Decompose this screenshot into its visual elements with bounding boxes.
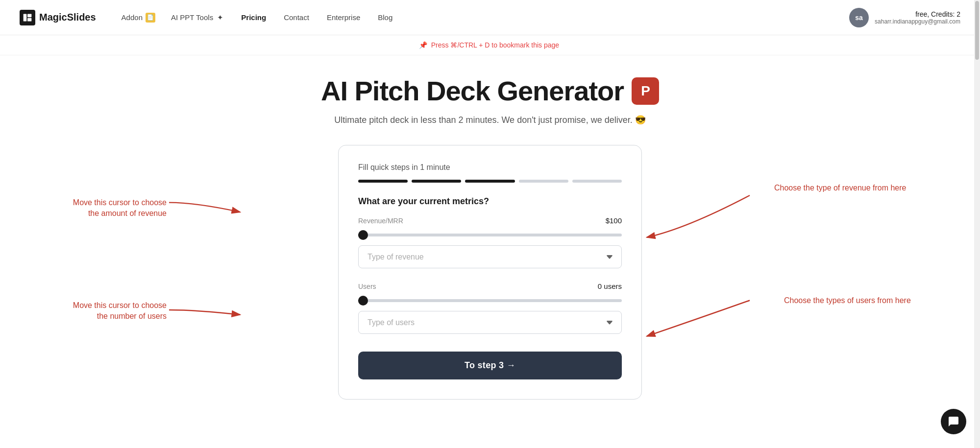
nav-blog[interactable]: Blog [370, 9, 400, 25]
svg-rect-0 [24, 14, 27, 21]
annotation-right-1-text: Choose the type of revenue from here [774, 183, 931, 193]
avatar[interactable]: sa [849, 8, 869, 27]
annotation-left-1-text: Move this cursor to choose the amount of… [29, 197, 167, 219]
logo[interactable]: MagicSlides [20, 10, 96, 25]
svg-rect-2 [27, 18, 31, 21]
users-type-dropdown[interactable]: Type of users Active Users Total Users P… [358, 311, 622, 334]
bookmark-bar: 📌 Press ⌘/CTRL + D to bookmark this page [0, 35, 980, 55]
ppt-icon-label: P [641, 83, 650, 99]
users-label: Users [358, 283, 376, 290]
user-plan-credits: free, Credits: 2 [875, 10, 960, 18]
scrollbar-track[interactable] [974, 0, 980, 448]
step-4 [519, 180, 568, 183]
credits-label: Credits: [931, 10, 955, 18]
progress-steps [358, 180, 622, 183]
revenue-type-dropdown[interactable]: Type of revenue Monthly Recurring Revenu… [358, 245, 622, 268]
subtitle: Ultimate pitch deck in less than 2 minut… [334, 115, 645, 125]
revenue-header: Revenue/MRR $100 [358, 216, 622, 225]
ppt-icon: P [632, 77, 659, 105]
step-button-label: To step 3 → [465, 360, 515, 370]
annotation-right-2: Choose the types of users from here [784, 295, 931, 306]
enterprise-label: Enterprise [327, 13, 360, 22]
bookmark-icon: 📌 [419, 41, 427, 49]
nav-addon[interactable]: Addon 📄 [116, 9, 161, 26]
revenue-slider[interactable] [358, 234, 622, 236]
avatar-initials: sa [855, 14, 863, 22]
logo-text: MagicSlides [39, 12, 96, 23]
annotation-right-2-text: Choose the types of users from here [784, 295, 931, 306]
addon-label: Addon [122, 13, 143, 22]
nav-enterprise[interactable]: Enterprise [319, 9, 368, 25]
annotation-right-1: Choose the type of revenue from here [774, 183, 931, 193]
logo-icon [20, 10, 35, 25]
revenue-slider-container [358, 230, 622, 238]
nav-contact[interactable]: Contact [276, 9, 317, 25]
sparkle-icon: ✦ [217, 13, 223, 22]
addon-icon: 📄 [146, 13, 155, 23]
nav-pricing[interactable]: Pricing [233, 9, 274, 25]
user-email: saharr.indianappguy@gmail.com [875, 18, 960, 25]
bookmark-text: Press ⌘/CTRL + D to bookmark this page [431, 41, 559, 49]
pricing-label: Pricing [241, 13, 266, 22]
revenue-label: Revenue/MRR [358, 217, 403, 225]
users-value: 0 users [598, 282, 622, 290]
nav-ai-ppt[interactable]: AI PPT Tools ✦ [163, 9, 231, 26]
form-card: Fill quick steps in 1 minute What are yo… [338, 145, 642, 400]
plan-label: free [915, 10, 927, 18]
step-1 [358, 180, 408, 183]
card-header: Fill quick steps in 1 minute [358, 163, 622, 172]
nav-right: sa free, Credits: 2 saharr.indianappguy@… [849, 8, 960, 27]
svg-rect-1 [27, 14, 31, 17]
title-text: AI Pitch Deck Generator [321, 75, 624, 107]
section-title: What are your current metrics? [358, 196, 622, 207]
main-content: AI Pitch Deck Generator P Ultimate pitch… [0, 55, 980, 429]
annotation-left-1: Move this cursor to choose the amount of… [29, 197, 167, 219]
step-button[interactable]: To step 3 → [358, 352, 622, 379]
blog-label: Blog [378, 13, 392, 22]
navbar: MagicSlides Addon 📄 AI PPT Tools ✦ Prici… [0, 0, 980, 35]
annotation-left-2: Move this cursor to choose the number of… [29, 300, 167, 322]
step-2 [412, 180, 461, 183]
nav-links: Addon 📄 AI PPT Tools ✦ Pricing Contact E… [116, 9, 849, 26]
users-slider-container [358, 295, 622, 304]
users-header: Users 0 users [358, 282, 622, 290]
annotation-left-2-text: Move this cursor to choose the number of… [29, 300, 167, 322]
ai-ppt-label: AI PPT Tools [171, 13, 213, 22]
chat-button[interactable] [941, 409, 966, 434]
user-info: free, Credits: 2 saharr.indianappguy@gma… [875, 10, 960, 25]
chat-icon [948, 416, 959, 427]
revenue-value: $100 [606, 216, 622, 225]
page-title: AI Pitch Deck Generator P [321, 75, 659, 107]
credits-value: 2 [956, 10, 960, 18]
contact-label: Contact [284, 13, 309, 22]
scrollbar-thumb[interactable] [975, 1, 979, 60]
users-section: Users 0 users Type of users Active Users… [358, 282, 622, 334]
revenue-section: Revenue/MRR $100 Type of revenue Monthly… [358, 216, 622, 268]
step-5 [572, 180, 622, 183]
step-3 [465, 180, 514, 183]
users-slider[interactable] [358, 299, 622, 302]
